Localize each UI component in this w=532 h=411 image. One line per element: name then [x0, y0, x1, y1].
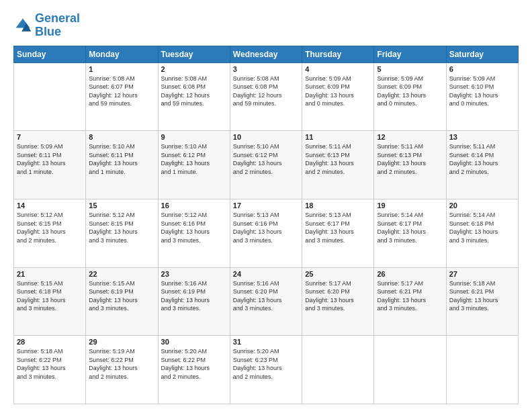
cell-content: Sunrise: 5:20 AM Sunset: 6:22 PM Dayligh… [161, 347, 227, 381]
calendar-cell [446, 336, 518, 404]
day-number: 3 [233, 65, 299, 73]
day-number: 6 [449, 65, 515, 73]
cell-content: Sunrise: 5:16 AM Sunset: 6:19 PM Dayligh… [161, 279, 227, 313]
cell-content: Sunrise: 5:08 AM Sunset: 6:07 PM Dayligh… [89, 75, 154, 108]
calendar-cell: 3Sunrise: 5:08 AM Sunset: 6:08 PM Daylig… [230, 62, 302, 131]
cell-content: Sunrise: 5:19 AM Sunset: 6:22 PM Dayligh… [89, 347, 154, 381]
day-number: 23 [161, 270, 227, 278]
calendar-cell: 31Sunrise: 5:20 AM Sunset: 6:23 PM Dayli… [230, 336, 302, 404]
cell-content: Sunrise: 5:15 AM Sunset: 6:18 PM Dayligh… [17, 279, 83, 313]
week-row-0: 1Sunrise: 5:08 AM Sunset: 6:07 PM Daylig… [14, 62, 519, 131]
cell-content: Sunrise: 5:15 AM Sunset: 6:19 PM Dayligh… [89, 279, 154, 313]
calendar-cell: 11Sunrise: 5:11 AM Sunset: 6:13 PM Dayli… [302, 131, 374, 199]
cell-content: Sunrise: 5:12 AM Sunset: 6:15 PM Dayligh… [17, 211, 83, 244]
calendar-cell: 15Sunrise: 5:12 AM Sunset: 6:15 PM Dayli… [86, 199, 158, 267]
cell-content: Sunrise: 5:11 AM Sunset: 6:13 PM Dayligh… [305, 142, 371, 176]
weekday-header-monday: Monday [86, 46, 158, 62]
calendar-cell: 24Sunrise: 5:16 AM Sunset: 6:20 PM Dayli… [230, 267, 302, 336]
logo-text: General Blue [35, 12, 80, 39]
calendar-cell: 27Sunrise: 5:18 AM Sunset: 6:21 PM Dayli… [446, 267, 518, 336]
calendar-cell: 8Sunrise: 5:10 AM Sunset: 6:11 PM Daylig… [86, 131, 158, 199]
cell-content: Sunrise: 5:09 AM Sunset: 6:09 PM Dayligh… [305, 75, 371, 108]
cell-content: Sunrise: 5:18 AM Sunset: 6:22 PM Dayligh… [17, 347, 83, 381]
day-number: 24 [233, 270, 299, 278]
day-number: 20 [449, 201, 515, 210]
calendar-cell: 22Sunrise: 5:15 AM Sunset: 6:19 PM Dayli… [86, 267, 158, 336]
cell-content: Sunrise: 5:12 AM Sunset: 6:15 PM Dayligh… [89, 211, 154, 244]
day-number: 30 [161, 338, 227, 346]
calendar-cell: 21Sunrise: 5:15 AM Sunset: 6:18 PM Dayli… [14, 267, 86, 336]
calendar-cell [302, 336, 374, 404]
cell-content: Sunrise: 5:20 AM Sunset: 6:23 PM Dayligh… [233, 347, 299, 381]
calendar-cell: 25Sunrise: 5:17 AM Sunset: 6:20 PM Dayli… [302, 267, 374, 336]
cell-content: Sunrise: 5:14 AM Sunset: 6:17 PM Dayligh… [377, 211, 443, 244]
day-number: 7 [17, 133, 83, 141]
calendar-page: General Blue SundayMondayTuesdayWednesda… [0, 0, 532, 411]
cell-content: Sunrise: 5:08 AM Sunset: 6:08 PM Dayligh… [161, 75, 227, 108]
cell-content: Sunrise: 5:13 AM Sunset: 6:16 PM Dayligh… [233, 211, 299, 244]
calendar-cell: 14Sunrise: 5:12 AM Sunset: 6:15 PM Dayli… [14, 199, 86, 267]
day-number: 31 [233, 338, 299, 346]
cell-content: Sunrise: 5:10 AM Sunset: 6:11 PM Dayligh… [89, 142, 154, 176]
day-number: 8 [89, 133, 154, 141]
cell-content: Sunrise: 5:11 AM Sunset: 6:14 PM Dayligh… [449, 142, 515, 176]
calendar-cell: 23Sunrise: 5:16 AM Sunset: 6:19 PM Dayli… [158, 267, 230, 336]
calendar-cell [374, 336, 446, 404]
weekday-header-sunday: Sunday [14, 46, 86, 62]
cell-content: Sunrise: 5:11 AM Sunset: 6:13 PM Dayligh… [377, 142, 443, 176]
cell-content: Sunrise: 5:10 AM Sunset: 6:12 PM Dayligh… [161, 142, 227, 176]
calendar-cell: 6Sunrise: 5:09 AM Sunset: 6:10 PM Daylig… [446, 62, 518, 131]
week-row-3: 21Sunrise: 5:15 AM Sunset: 6:18 PM Dayli… [14, 267, 519, 336]
cell-content: Sunrise: 5:16 AM Sunset: 6:20 PM Dayligh… [233, 279, 299, 313]
day-number: 19 [377, 201, 443, 210]
day-number: 12 [377, 133, 443, 141]
cell-content: Sunrise: 5:13 AM Sunset: 6:17 PM Dayligh… [305, 211, 371, 244]
cell-content: Sunrise: 5:09 AM Sunset: 6:11 PM Dayligh… [17, 142, 83, 176]
day-number: 10 [233, 133, 299, 141]
day-number: 29 [89, 338, 154, 346]
logo: General Blue [13, 12, 80, 39]
weekday-header-wednesday: Wednesday [230, 46, 302, 62]
day-number: 2 [161, 65, 227, 73]
day-number: 22 [89, 270, 154, 278]
week-row-4: 28Sunrise: 5:18 AM Sunset: 6:22 PM Dayli… [14, 336, 519, 404]
weekday-header-tuesday: Tuesday [158, 46, 230, 62]
week-row-1: 7Sunrise: 5:09 AM Sunset: 6:11 PM Daylig… [14, 131, 519, 199]
cell-content: Sunrise: 5:09 AM Sunset: 6:09 PM Dayligh… [377, 75, 443, 108]
header: General Blue [13, 12, 519, 39]
calendar-cell: 10Sunrise: 5:10 AM Sunset: 6:12 PM Dayli… [230, 131, 302, 199]
cell-content: Sunrise: 5:12 AM Sunset: 6:16 PM Dayligh… [161, 211, 227, 244]
day-number: 17 [233, 201, 299, 210]
calendar-cell: 29Sunrise: 5:19 AM Sunset: 6:22 PM Dayli… [86, 336, 158, 404]
day-number: 4 [305, 65, 371, 73]
day-number: 14 [17, 201, 83, 210]
cell-content: Sunrise: 5:10 AM Sunset: 6:12 PM Dayligh… [233, 142, 299, 176]
weekday-header-row: SundayMondayTuesdayWednesdayThursdayFrid… [14, 46, 519, 62]
calendar-cell: 13Sunrise: 5:11 AM Sunset: 6:14 PM Dayli… [446, 131, 518, 199]
day-number: 16 [161, 201, 227, 210]
cell-content: Sunrise: 5:14 AM Sunset: 6:18 PM Dayligh… [449, 211, 515, 244]
calendar-cell: 17Sunrise: 5:13 AM Sunset: 6:16 PM Dayli… [230, 199, 302, 267]
calendar-cell: 5Sunrise: 5:09 AM Sunset: 6:09 PM Daylig… [374, 62, 446, 131]
day-number: 13 [449, 133, 515, 141]
weekday-header-thursday: Thursday [302, 46, 374, 62]
calendar-cell [14, 62, 86, 131]
day-number: 18 [305, 201, 371, 210]
cell-content: Sunrise: 5:18 AM Sunset: 6:21 PM Dayligh… [449, 279, 515, 313]
calendar-cell: 20Sunrise: 5:14 AM Sunset: 6:18 PM Dayli… [446, 199, 518, 267]
day-number: 28 [17, 338, 83, 346]
weekday-header-friday: Friday [374, 46, 446, 62]
logo-icon [13, 16, 32, 35]
calendar-cell: 30Sunrise: 5:20 AM Sunset: 6:22 PM Dayli… [158, 336, 230, 404]
day-number: 9 [161, 133, 227, 141]
week-row-2: 14Sunrise: 5:12 AM Sunset: 6:15 PM Dayli… [14, 199, 519, 267]
day-number: 27 [449, 270, 515, 278]
calendar-cell: 12Sunrise: 5:11 AM Sunset: 6:13 PM Dayli… [374, 131, 446, 199]
weekday-header-saturday: Saturday [446, 46, 518, 62]
calendar-cell: 9Sunrise: 5:10 AM Sunset: 6:12 PM Daylig… [158, 131, 230, 199]
day-number: 15 [89, 201, 154, 210]
calendar-cell: 26Sunrise: 5:17 AM Sunset: 6:21 PM Dayli… [374, 267, 446, 336]
calendar-cell: 2Sunrise: 5:08 AM Sunset: 6:08 PM Daylig… [158, 62, 230, 131]
cell-content: Sunrise: 5:09 AM Sunset: 6:10 PM Dayligh… [449, 75, 515, 108]
calendar-cell: 16Sunrise: 5:12 AM Sunset: 6:16 PM Dayli… [158, 199, 230, 267]
